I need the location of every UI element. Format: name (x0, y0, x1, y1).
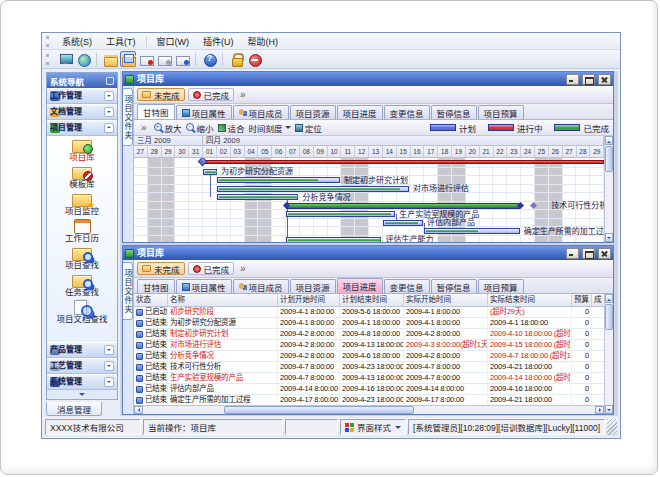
gantt-more-button[interactable]: » (138, 122, 150, 133)
column-header[interactable]: 状态 (134, 294, 168, 306)
mail-gray-icon[interactable] (156, 51, 172, 67)
scroll-right-button[interactable] (595, 406, 604, 414)
sidebar-item-project-doc-search[interactable]: 项目文档查找 (47, 299, 117, 326)
gantt-bar-summary[interactable] (286, 203, 520, 209)
scroll-up-button[interactable] (605, 294, 613, 303)
scrollbar-track[interactable] (143, 406, 595, 414)
tab-project-resources[interactable]: 项目资源 (290, 105, 336, 119)
gantt-bar-plan[interactable] (383, 220, 423, 226)
help-icon[interactable] (201, 51, 217, 67)
tab-pause-info[interactable]: 暂停信息 (431, 279, 477, 293)
sidebar-group-craft-management[interactable]: 工艺管理 (47, 358, 117, 374)
table-row[interactable]: 已结束评估内部产品2009-4-14 8:00:002009-4-16 18:0… (134, 384, 604, 395)
gantt-bar-plan[interactable] (286, 211, 395, 217)
column-header[interactable]: 预算 (572, 294, 592, 306)
lock-icon[interactable] (228, 51, 244, 67)
tab-project-folders[interactable]: 项目文件夹 (123, 262, 133, 320)
sidebar-item-project-library[interactable]: 项目库 (47, 137, 117, 164)
chevron-down-icon[interactable] (104, 91, 114, 101)
horizontal-scrollbar[interactable] (134, 405, 604, 414)
table-row[interactable]: 已启动初步研究阶段2009-4-1 8:00:002009-5-6 18:00:… (134, 307, 604, 318)
zoom-in-button[interactable]: 放大 (154, 122, 182, 134)
menu-help[interactable]: 帮助(H) (241, 34, 286, 49)
scroll-down-button[interactable] (605, 233, 613, 242)
tab-message-management[interactable]: 消息管理 (46, 402, 102, 416)
sidebar-group-product-management[interactable]: 产品管理 (47, 342, 117, 358)
tab-project-progress[interactable]: 项目进度 (337, 278, 383, 293)
tab-project-members[interactable]: 项目成员 (233, 279, 289, 293)
sidebar-scroll-down[interactable] (47, 390, 117, 399)
folder-icon[interactable] (102, 51, 118, 67)
column-header[interactable]: 实际开始时间 (404, 294, 488, 306)
chevron-down-icon[interactable] (104, 361, 114, 371)
gantt-bar-plan[interactable] (217, 194, 299, 200)
gantt-bar-plan[interactable] (203, 169, 217, 175)
column-header[interactable]: 计划开始时间 (278, 294, 340, 306)
menu-plugins[interactable]: 插件(U) (196, 34, 241, 49)
table-row[interactable]: 已结束分析竞争情况2009-4-2 8:00:002009-4-6 18:00:… (134, 351, 604, 362)
tab-gantt-chart[interactable]: 甘特图 (137, 279, 175, 293)
toolbar-grip[interactable] (46, 54, 51, 65)
fit-button[interactable]: 适合 (218, 122, 245, 134)
table-row[interactable]: 已结束确定生产所需的加工过程2009-4-17 8:00:002009-4-23… (134, 395, 604, 405)
minimize-button[interactable] (566, 248, 579, 259)
filter-unfinished-button[interactable]: 未完成 (137, 88, 185, 101)
window-titlebar[interactable]: 项目库 (123, 246, 613, 260)
gantt-bar-plan[interactable] (217, 186, 409, 192)
gantt-bar-inprogress[interactable] (203, 160, 604, 164)
gantt-bar-plan[interactable] (424, 228, 519, 234)
folder-window-icon[interactable] (120, 51, 136, 67)
globe-icon[interactable] (75, 51, 91, 67)
tab-project-budget[interactable]: 项目预算 (478, 105, 524, 119)
sidebar-group-system-management[interactable]: 系统管理 (47, 374, 117, 390)
sidebar-item-project-monitor[interactable]: 项目监控 (47, 191, 117, 218)
chevron-down-icon[interactable] (104, 377, 114, 387)
resize-grip[interactable] (607, 419, 617, 435)
sidebar-group-document-management[interactable]: 文档管理 (47, 104, 117, 120)
chevron-down-icon[interactable] (104, 345, 114, 355)
vertical-scrollbar[interactable] (604, 136, 613, 242)
tab-pause-info[interactable]: 暂停信息 (431, 105, 477, 119)
tab-project-properties[interactable]: 项目属性 (176, 279, 232, 293)
minimize-button[interactable] (566, 74, 579, 85)
scrollbar-track[interactable] (605, 173, 613, 233)
table-row[interactable]: 已结束制定初步研究计划2009-4-2 8:00:002009-4-8 18:0… (134, 329, 604, 340)
filter-finished-button[interactable]: 已完成 (188, 88, 235, 101)
pin-icon[interactable] (106, 77, 114, 85)
table-row[interactable]: 已结束对市场进行评估2009-4-2 8:00:002009-4-13 18:0… (134, 340, 604, 351)
vertical-scrollbar[interactable] (604, 294, 613, 414)
tab-project-budget[interactable]: 项目预算 (478, 279, 524, 293)
ui-style-selector[interactable]: 界面样式 (340, 419, 406, 435)
sidebar-title-bar[interactable]: 系统导航 (47, 73, 117, 88)
menu-tools[interactable]: 工具(T) (99, 34, 143, 49)
locate-button[interactable]: 定位 (295, 122, 322, 134)
restore-button[interactable] (582, 248, 595, 259)
mail-blue-icon[interactable] (174, 51, 190, 67)
sidebar-group-project-management[interactable]: 项目管理 (47, 120, 117, 136)
scroll-left-button[interactable] (134, 406, 143, 414)
sidebar-item-task-search[interactable]: 任务查找 (47, 272, 117, 299)
column-header[interactable]: 名称 (168, 294, 278, 306)
window-titlebar[interactable]: 项目库 (123, 72, 613, 86)
column-header[interactable]: 计划结束时间 (340, 294, 404, 306)
gantt-bar-plan[interactable] (217, 177, 340, 183)
gantt-bar-plan[interactable] (286, 237, 381, 243)
close-button[interactable] (598, 248, 611, 259)
table-row[interactable]: 已结束生产实验室规模的产品2009-4-7 8:00:002009-4-13 1… (134, 373, 604, 384)
scroll-down-button[interactable] (605, 405, 613, 414)
close-button[interactable] (598, 74, 611, 85)
tab-change-info[interactable]: 变更信息 (384, 105, 430, 119)
menu-window[interactable]: 窗口(W) (150, 34, 197, 49)
time-scale-button[interactable]: 时间刻度 (249, 122, 291, 134)
filter-unfinished-button[interactable]: 未完成 (137, 262, 185, 275)
tab-change-info[interactable]: 变更信息 (384, 279, 430, 293)
tab-project-progress[interactable]: 项目进度 (337, 105, 383, 119)
menu-system[interactable]: 系统(S) (55, 34, 99, 49)
sidebar-item-work-calendar[interactable]: 工作日历 (47, 218, 117, 245)
filter-finished-button[interactable]: 已完成 (188, 262, 235, 275)
zoom-out-button[interactable]: 缩小 (186, 122, 214, 134)
sidebar-item-project-search[interactable]: 项目查找 (47, 245, 117, 272)
scrollbar-track[interactable] (605, 331, 613, 405)
mail-red-icon[interactable] (138, 51, 154, 67)
chevron-up-icon[interactable] (104, 123, 114, 133)
